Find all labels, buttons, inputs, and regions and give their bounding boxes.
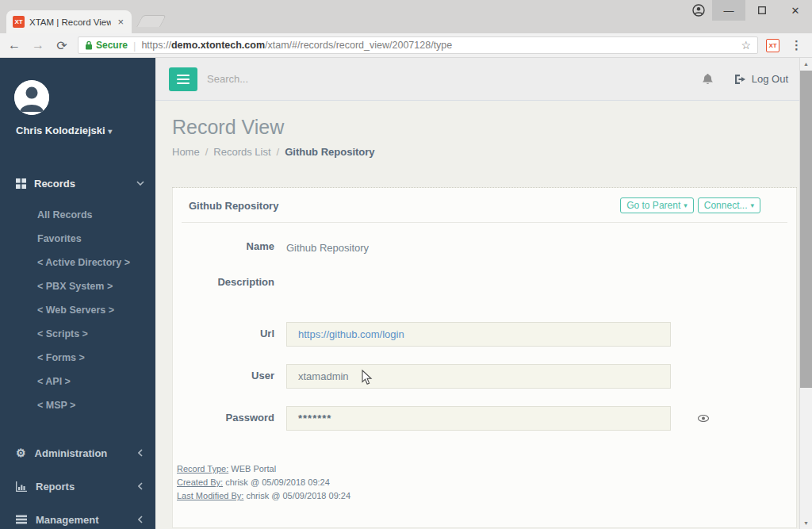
list-icon — [16, 515, 27, 524]
scroll-up-icon[interactable]: ▲ — [803, 58, 809, 70]
tab-favicon-icon: XT — [13, 16, 25, 28]
records-submenu: All Records Favorites < Active Directory… — [0, 203, 155, 417]
go-to-parent-button[interactable]: Go to Parent ▾ — [620, 197, 694, 213]
breadcrumb-separator: / — [277, 146, 280, 158]
browser-titlebar: XT XTAM | Record View × — ✕ — [0, 0, 812, 33]
user-value: xtamadmin — [298, 370, 349, 382]
user-name: Chris Kolodziejski — [16, 125, 105, 136]
url-link[interactable]: https://github.com/login — [298, 328, 404, 340]
password-field[interactable]: ******* — [286, 406, 671, 431]
top-nav: Log Out — [155, 58, 812, 101]
forward-icon[interactable]: → — [30, 38, 46, 52]
record-meta: Record Type: WEB Portal Created By: chri… — [173, 462, 796, 503]
tab-title: XTAM | Record View — [29, 17, 111, 27]
url-text[interactable]: https://demo.xtontech.com/xtam/#/records… — [141, 40, 735, 51]
logout-label: Log Out — [752, 73, 788, 85]
user-menu[interactable]: Chris Kolodziejski ▾ — [0, 115, 155, 136]
sidebar-item-management[interactable]: Management — [0, 503, 155, 529]
browser-profile-icon[interactable] — [685, 0, 712, 21]
user-label: User — [173, 364, 286, 381]
modified-by-label: Last Modified By: — [177, 491, 243, 500]
modified-by-value: chrisk @ 05/09/2018 09:24 — [243, 491, 350, 500]
created-by-value: chrisk @ 05/09/2018 09:24 — [223, 477, 330, 487]
content-column: Log Out Record View Home / Records List … — [155, 58, 812, 529]
bookmark-star-icon[interactable]: ☆ — [741, 39, 751, 52]
breadcrumb-records-list[interactable]: Records List — [213, 146, 270, 158]
mouse-cursor — [362, 370, 373, 385]
user-field[interactable]: xtamadmin — [286, 364, 671, 389]
chevron-left-icon — [138, 482, 143, 490]
sidebar-item-label: Records — [34, 178, 75, 190]
breadcrumb: Home / Records List / Github Repository — [172, 146, 797, 158]
window-controls: — ✕ — [685, 0, 812, 21]
chart-icon — [16, 481, 27, 492]
sidebar-item-all-records[interactable]: All Records — [0, 203, 155, 227]
avatar[interactable] — [14, 80, 49, 115]
browser-toolbar: ← → ⟳ Secure | https://demo.xtontech.com… — [0, 33, 812, 58]
maximize-button[interactable] — [745, 0, 779, 21]
grid-icon — [16, 178, 26, 189]
back-icon[interactable]: ← — [6, 38, 22, 52]
chevron-left-icon — [138, 449, 143, 457]
breadcrumb-home[interactable]: Home — [172, 146, 200, 158]
sidebar-item-records[interactable]: Records — [0, 171, 155, 195]
record-form: Name Github Repository Description Url h… — [173, 223, 796, 431]
url-field[interactable]: https://github.com/login — [286, 322, 671, 347]
sidebar-item-pbx-system[interactable]: < PBX System > — [0, 274, 155, 298]
logout-icon — [734, 74, 746, 85]
minimize-button[interactable]: — — [712, 0, 745, 21]
sidebar-item-label: Management — [36, 514, 98, 526]
created-by-line: Created By: chrisk @ 05/09/2018 09:24 — [177, 476, 796, 489]
browser-tab[interactable]: XT XTAM | Record View × — [6, 10, 132, 33]
scroll-down-icon[interactable]: ▼ — [803, 517, 809, 529]
url-bar[interactable]: Secure | https://demo.xtontech.com/xtam/… — [78, 36, 758, 54]
page-scrollbar[interactable]: ▲ ▼ — [799, 58, 812, 529]
sidebar-item-label: Administration — [35, 447, 108, 459]
logout-button[interactable]: Log Out — [734, 73, 788, 85]
lock-icon — [85, 40, 93, 50]
chrome-menu-icon[interactable]: ⋮ — [787, 38, 806, 52]
sidebar-item-favorites[interactable]: Favorites — [0, 227, 155, 251]
created-by-label: Created By: — [177, 477, 223, 487]
new-tab-button[interactable] — [136, 15, 167, 27]
go-to-parent-label: Go to Parent — [626, 200, 680, 211]
search-input[interactable] — [207, 73, 445, 85]
sidebar-item-forms[interactable]: < Forms > — [0, 346, 155, 370]
record-type-line: Record Type: WEB Portal — [177, 462, 796, 476]
connect-button[interactable]: Connect... ▾ — [698, 197, 760, 213]
panel-title: Github Repository — [189, 200, 278, 212]
sidebar-item-msp[interactable]: < MSP > — [0, 393, 155, 417]
chevron-left-icon — [138, 516, 143, 523]
url-divider: | — [133, 40, 136, 52]
close-window-button[interactable]: ✕ — [779, 0, 812, 21]
sidebar-item-api[interactable]: < API > — [0, 370, 155, 393]
bell-icon[interactable] — [702, 73, 714, 86]
secure-label: Secure — [96, 40, 128, 51]
sidebar-item-scripts[interactable]: < Scripts > — [0, 322, 155, 346]
gear-icon: ⚙ — [16, 447, 26, 458]
sidebar-item-administration[interactable]: ⚙ Administration — [0, 436, 155, 470]
record-type-label: Record Type: — [177, 464, 228, 473]
connect-label: Connect... — [704, 200, 748, 211]
scrollbar-thumb[interactable] — [800, 71, 812, 388]
eye-icon — [698, 415, 709, 422]
caret-down-icon: ▾ — [750, 201, 754, 209]
sidebar-item-web-servers[interactable]: < Web Servers > — [0, 298, 155, 322]
hamburger-menu-icon[interactable] — [169, 67, 197, 91]
record-type-value: WEB Portal — [228, 464, 276, 473]
panel-header: Github Repository Go to Parent ▾ Connect… — [173, 188, 796, 222]
name-value: Github Repository — [286, 242, 369, 254]
sidebar-bottom-menu: ⚙ Administration Reports Management — [0, 436, 155, 529]
description-label: Description — [173, 276, 286, 322]
tab-close-icon[interactable]: × — [116, 16, 125, 28]
caret-down-icon: ▾ — [684, 201, 688, 209]
sidebar-item-active-directory[interactable]: < Active Directory > — [0, 251, 155, 274]
reload-icon[interactable]: ⟳ — [54, 38, 70, 53]
url-label: Url — [173, 322, 286, 339]
breadcrumb-separator: / — [205, 146, 209, 158]
secure-badge[interactable]: Secure — [85, 40, 128, 51]
reveal-password-button[interactable] — [691, 406, 715, 431]
sidebar-item-reports[interactable]: Reports — [0, 470, 155, 503]
xtam-extension-icon[interactable]: XT — [766, 39, 779, 52]
breadcrumb-current: Github Repository — [285, 146, 374, 158]
